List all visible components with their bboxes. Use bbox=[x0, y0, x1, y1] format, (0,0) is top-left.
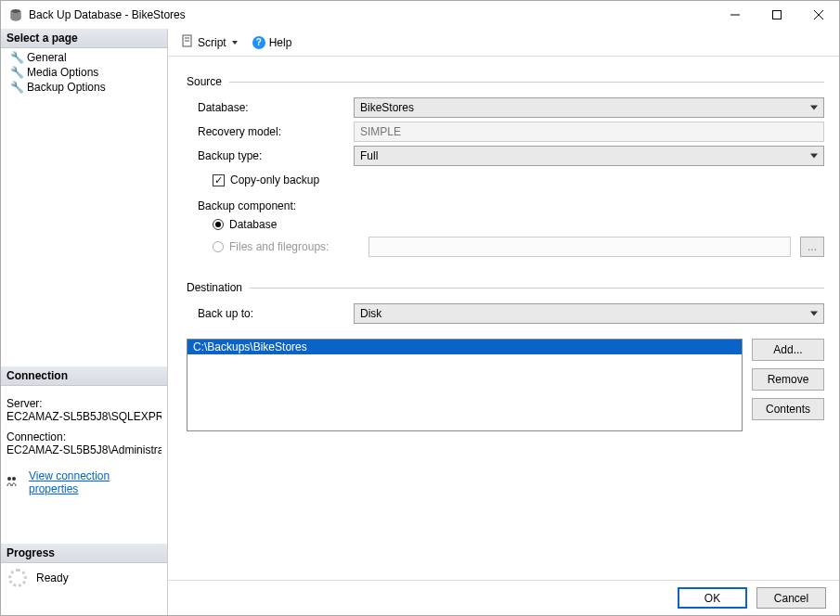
recovery-model-value: SIMPLE bbox=[360, 125, 401, 138]
copy-only-checkbox[interactable]: ✓ Copy-only backup bbox=[187, 173, 824, 186]
page-list: 🔧 General 🔧 Media Options 🔧 Backup Optio… bbox=[1, 48, 167, 104]
recovery-model-field: SIMPLE bbox=[354, 122, 824, 142]
progress-spinner-icon bbox=[8, 569, 27, 587]
database-label: Database: bbox=[187, 101, 354, 114]
component-database-label: Database bbox=[229, 218, 277, 231]
sidebar: Select a page 🔧 General 🔧 Media Options … bbox=[1, 29, 168, 615]
backup-type-select[interactable]: Full bbox=[354, 146, 824, 166]
backup-to-label: Back up to: bbox=[187, 307, 354, 320]
files-browse-button: ... bbox=[800, 237, 824, 257]
window-title: Back Up Database - BikeStores bbox=[29, 8, 714, 21]
backup-type-label: Backup type: bbox=[187, 149, 354, 162]
window-buttons bbox=[714, 1, 839, 29]
cancel-button[interactable]: Cancel bbox=[756, 587, 826, 609]
database-icon bbox=[8, 7, 23, 22]
database-select[interactable]: BikeStores bbox=[354, 97, 824, 118]
svg-point-6 bbox=[12, 477, 16, 481]
progress-body: Ready bbox=[1, 563, 167, 615]
script-icon bbox=[181, 34, 194, 50]
content: Source Database: BikeStores Recovery mod… bbox=[168, 57, 839, 580]
help-label: Help bbox=[269, 36, 292, 49]
files-filegroups-field bbox=[368, 237, 791, 257]
server-value: EC2AMAZ-SL5B5J8\SQLEXPRESS bbox=[6, 410, 162, 423]
script-label: Script bbox=[198, 36, 226, 49]
sidebar-item-backup-options[interactable]: 🔧 Backup Options bbox=[1, 80, 167, 95]
remove-button[interactable]: Remove bbox=[752, 368, 824, 391]
backup-to-value: Disk bbox=[360, 307, 381, 320]
main-toolbar: Script ? Help bbox=[168, 29, 839, 57]
connection-label: Connection: bbox=[6, 430, 162, 443]
recovery-model-label: Recovery model: bbox=[187, 125, 354, 138]
progress-status: Ready bbox=[36, 571, 69, 584]
component-files-label: Files and filegroups: bbox=[229, 240, 368, 253]
chevron-down-icon bbox=[232, 41, 238, 45]
view-connection-properties-link[interactable]: View connection properties bbox=[29, 469, 162, 495]
backup-type-value: Full bbox=[360, 149, 378, 162]
destination-list-item[interactable]: C:\Backups\BikeStores bbox=[187, 340, 742, 354]
select-page-header: Select a page bbox=[1, 29, 167, 48]
source-group-label: Source bbox=[187, 75, 222, 88]
main-panel: Script ? Help Source Database: bbox=[168, 29, 839, 615]
connection-info: Server: EC2AMAZ-SL5B5J8\SQLEXPRESS Conne… bbox=[1, 386, 167, 468]
svg-rect-2 bbox=[772, 11, 781, 19]
svg-point-5 bbox=[7, 477, 11, 481]
ok-button[interactable]: OK bbox=[678, 587, 747, 609]
connection-header: Connection bbox=[1, 366, 167, 386]
help-button[interactable]: ? Help bbox=[247, 34, 298, 51]
destination-group-label: Destination bbox=[187, 281, 242, 294]
maximize-button[interactable] bbox=[756, 1, 797, 29]
destination-group: Destination bbox=[187, 281, 824, 294]
minimize-button[interactable] bbox=[714, 1, 756, 29]
add-button[interactable]: Add... bbox=[752, 339, 824, 361]
wrench-icon: 🔧 bbox=[10, 51, 23, 64]
component-files-radio: Files and filegroups: ... bbox=[187, 237, 824, 257]
page-label: Backup Options bbox=[27, 81, 106, 94]
close-button[interactable] bbox=[797, 1, 839, 29]
source-group: Source bbox=[187, 75, 824, 88]
radio-icon bbox=[213, 241, 224, 252]
backup-dialog: Back Up Database - BikeStores Select a p… bbox=[0, 0, 840, 616]
checkbox-icon: ✓ bbox=[213, 174, 225, 186]
wrench-icon: 🔧 bbox=[10, 66, 23, 79]
server-label: Server: bbox=[6, 397, 162, 410]
backup-to-select[interactable]: Disk bbox=[354, 303, 824, 324]
page-label: Media Options bbox=[27, 66, 98, 79]
radio-icon bbox=[213, 219, 224, 230]
component-database-radio[interactable]: Database bbox=[187, 218, 824, 231]
backup-component-label: Backup component: bbox=[187, 199, 354, 212]
connection-properties-icon bbox=[6, 476, 19, 490]
wrench-icon: 🔧 bbox=[10, 81, 23, 94]
contents-button[interactable]: Contents bbox=[752, 398, 824, 420]
database-value: BikeStores bbox=[360, 101, 414, 114]
page-label: General bbox=[27, 51, 67, 64]
destination-list[interactable]: C:\Backups\BikeStores bbox=[187, 339, 743, 431]
script-button[interactable]: Script bbox=[175, 32, 243, 52]
footer: OK Cancel bbox=[168, 580, 839, 615]
connection-value: EC2AMAZ-SL5B5J8\Administrator bbox=[6, 443, 162, 456]
sidebar-item-general[interactable]: 🔧 General bbox=[1, 50, 167, 65]
svg-point-0 bbox=[11, 9, 20, 13]
help-icon: ? bbox=[252, 36, 265, 49]
sidebar-item-media-options[interactable]: 🔧 Media Options bbox=[1, 65, 167, 80]
copy-only-label: Copy-only backup bbox=[230, 173, 319, 186]
progress-header: Progress bbox=[1, 544, 167, 563]
titlebar: Back Up Database - BikeStores bbox=[1, 1, 839, 29]
